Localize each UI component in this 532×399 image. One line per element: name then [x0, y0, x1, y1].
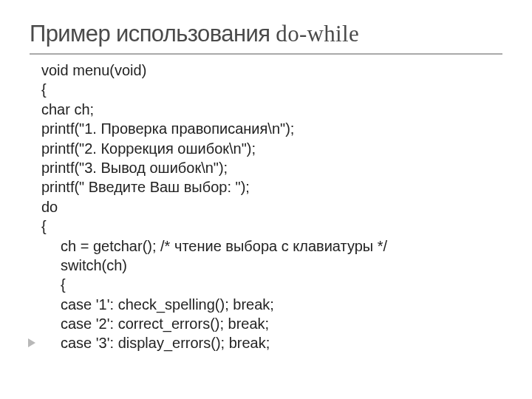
slide-title: Пример использования do-while [30, 21, 502, 55]
code-line: printf("3. Вывод ошибок\n"); [41, 158, 502, 177]
code-line: void menu(void) [41, 61, 502, 80]
code-line: printf("2. Коррекция ошибок\n"); [41, 139, 502, 158]
code-line: case '1': check_spelling(); break; [41, 295, 502, 314]
slide-container: Пример использования do-while void menu(… [0, 0, 532, 368]
code-line: switch(ch) [41, 256, 502, 275]
code-line: case '3': display_errors(); break; [41, 333, 502, 352]
code-line: printf(" Введите Ваш выбор: "); [41, 177, 502, 197]
bullet-icon [28, 338, 35, 347]
title-text-1: Пример использования [30, 21, 276, 47]
code-line: do [41, 197, 502, 216]
code-line: printf("1. Проверка правописания\n"); [41, 119, 502, 138]
code-line: { [41, 275, 502, 294]
code-line: case '2': correct_errors(); break; [41, 314, 502, 333]
code-line: { [41, 80, 502, 99]
code-line: char ch; [41, 100, 502, 119]
code-block: void menu(void) { char ch; printf("1. Пр… [30, 61, 502, 353]
code-line: { [41, 216, 502, 236]
code-line: ch = getchar(); /* чтение выбора с клави… [41, 236, 502, 256]
title-text-2: do-while [276, 21, 359, 47]
